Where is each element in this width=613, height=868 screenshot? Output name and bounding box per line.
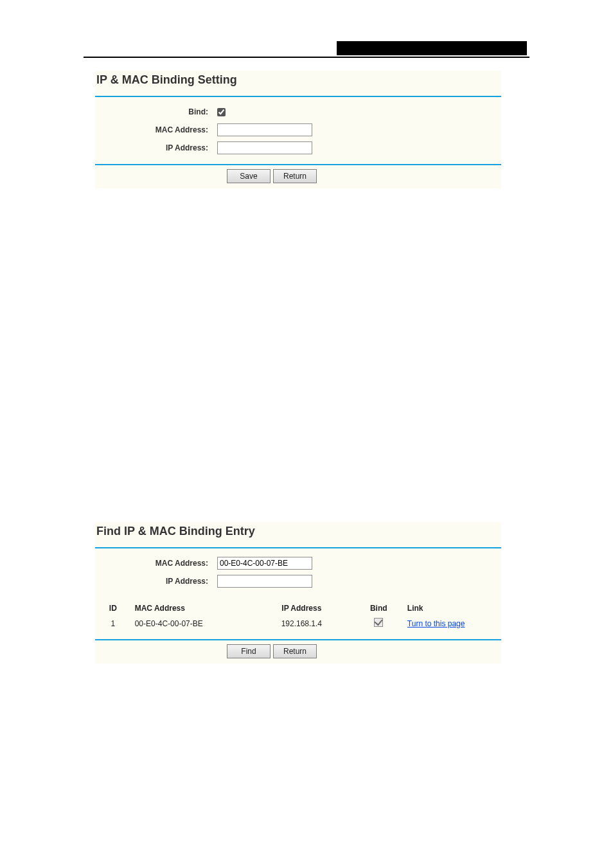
find-entry-buttons: Find Return xyxy=(95,640,501,664)
bind-checkbox[interactable] xyxy=(217,108,226,116)
cell-link: Turn to this page xyxy=(404,615,501,631)
ip-row: IP Address: xyxy=(95,140,501,156)
find-mac-label: MAC Address: xyxy=(95,559,217,568)
hdr-id: ID xyxy=(95,601,131,615)
mac-input[interactable] xyxy=(217,123,312,136)
hdr-mac: MAC Address xyxy=(131,601,249,615)
find-ip-input[interactable] xyxy=(217,575,312,588)
bind-label: Bind: xyxy=(95,107,217,116)
hdr-link: Link xyxy=(404,601,501,615)
bind-checked-icon xyxy=(374,618,383,627)
header-divider xyxy=(84,57,529,58)
header-black-bar xyxy=(337,41,523,55)
binding-setting-form: Bind: MAC Address: IP Address: xyxy=(95,97,501,164)
find-entry-title: Find IP & MAC Binding Entry xyxy=(96,525,501,538)
header-black-tab xyxy=(523,41,527,55)
binding-setting-buttons: Save Return xyxy=(95,165,501,188)
mac-row: MAC Address: xyxy=(95,122,501,138)
cell-bind xyxy=(354,615,404,631)
results-table-area: ID MAC Address IP Address Bind Link 1 00… xyxy=(95,597,501,639)
ip-label: IP Address: xyxy=(95,143,217,152)
mac-label: MAC Address: xyxy=(95,125,217,134)
return-button[interactable]: Return xyxy=(273,169,317,183)
return-button[interactable]: Return xyxy=(273,644,317,658)
hdr-ip: IP Address xyxy=(249,601,354,615)
hdr-bind: Bind xyxy=(354,601,404,615)
save-button[interactable]: Save xyxy=(227,169,271,183)
find-mac-input[interactable] xyxy=(217,557,312,570)
find-ip-row: IP Address: xyxy=(95,573,501,590)
cell-ip: 192.168.1.4 xyxy=(249,615,354,631)
find-ip-label: IP Address: xyxy=(95,577,217,586)
find-entry-form: MAC Address: IP Address: xyxy=(95,548,501,597)
find-button[interactable]: Find xyxy=(227,644,271,658)
cell-id: 1 xyxy=(95,615,131,631)
binding-setting-title: IP & MAC Binding Setting xyxy=(96,73,501,87)
find-entry-panel: Find IP & MAC Binding Entry MAC Address:… xyxy=(95,522,501,664)
cell-mac: 00-E0-4C-00-07-BE xyxy=(131,615,249,631)
ip-input[interactable] xyxy=(217,141,312,154)
results-table-header: ID MAC Address IP Address Bind Link xyxy=(95,601,501,615)
turn-to-page-link[interactable]: Turn to this page xyxy=(407,619,465,628)
bind-row: Bind: xyxy=(95,104,501,120)
page: IP & MAC Binding Setting Bind: MAC Addre… xyxy=(0,0,613,868)
results-table: ID MAC Address IP Address Bind Link 1 00… xyxy=(95,601,501,631)
binding-setting-panel: IP & MAC Binding Setting Bind: MAC Addre… xyxy=(95,71,501,188)
find-mac-row: MAC Address: xyxy=(95,555,501,572)
table-row: 1 00-E0-4C-00-07-BE 192.168.1.4 Turn to … xyxy=(95,615,501,631)
